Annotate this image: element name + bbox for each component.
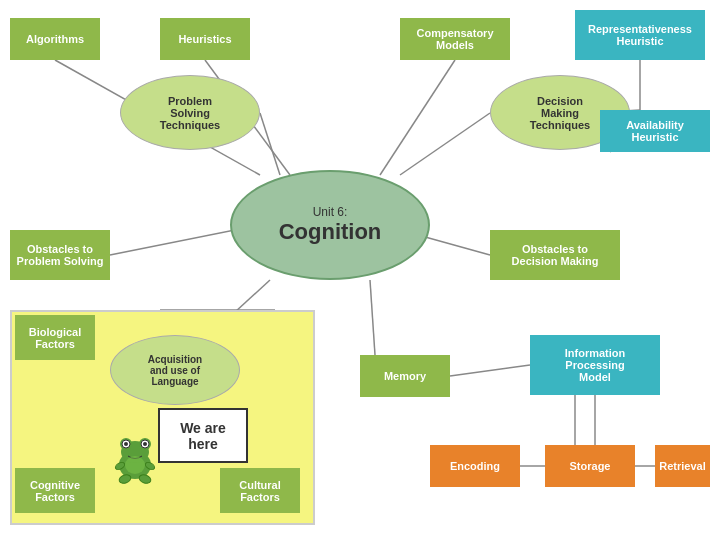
svg-line-12 xyxy=(450,365,530,376)
unit-title: Cognition xyxy=(279,219,382,245)
representativeness-label: RepresentativenessHeuristic xyxy=(588,23,692,47)
heuristics-box: Heuristics xyxy=(160,18,250,60)
cultural-label: CulturalFactors xyxy=(239,479,281,503)
info-processing-label: InformationProcessingModel xyxy=(565,347,626,383)
svg-point-28 xyxy=(143,442,147,446)
availability-label: Availability Heuristic xyxy=(604,119,706,143)
compensatory-box: CompensatoryModels xyxy=(400,18,510,60)
compensatory-label: CompensatoryModels xyxy=(416,27,493,51)
svg-line-2 xyxy=(380,60,455,175)
unit-label: Unit 6: xyxy=(313,205,348,219)
retrieval-box: Retrieval xyxy=(655,445,710,487)
obstacles-problem-label: Obstacles toProblem Solving xyxy=(17,243,104,267)
cognitive-label: CognitiveFactors xyxy=(30,479,80,503)
memory-label: Memory xyxy=(384,370,426,382)
info-processing-box: InformationProcessingModel xyxy=(530,335,660,395)
storage-box: Storage xyxy=(545,445,635,487)
heuristics-label: Heuristics xyxy=(178,33,231,45)
cultural-box: CulturalFactors xyxy=(220,468,300,513)
obstacles-decision-box: Obstacles toDecision Making xyxy=(490,230,620,280)
main-container: Unit 6: Cognition Algorithms Heuristics … xyxy=(0,0,720,540)
acquisition-ellipse: Acquisitionand use ofLanguage xyxy=(110,335,240,405)
svg-point-25 xyxy=(124,442,128,446)
problem-solving-ellipse: ProblemSolvingTechniques xyxy=(120,75,260,150)
we-are-here-text: We arehere xyxy=(180,420,226,452)
we-are-here-label: We arehere xyxy=(158,408,248,463)
availability-box: Availability Heuristic xyxy=(600,110,710,152)
svg-line-5 xyxy=(400,113,490,175)
decision-making-label: DecisionMakingTechniques xyxy=(530,95,590,131)
acquisition-label: Acquisitionand use ofLanguage xyxy=(148,354,202,387)
center-ellipse: Unit 6: Cognition xyxy=(230,170,430,280)
obstacles-decision-label: Obstacles toDecision Making xyxy=(512,243,599,267)
encoding-box: Encoding xyxy=(430,445,520,487)
svg-point-33 xyxy=(125,456,145,474)
algorithms-label: Algorithms xyxy=(26,33,84,45)
svg-line-11 xyxy=(370,280,375,355)
biological-box: BiologicalFactors xyxy=(15,315,95,360)
svg-line-4 xyxy=(260,113,280,175)
encoding-label: Encoding xyxy=(450,460,500,472)
representativeness-box: RepresentativenessHeuristic xyxy=(575,10,705,60)
storage-label: Storage xyxy=(570,460,611,472)
cognitive-box: CognitiveFactors xyxy=(15,468,95,513)
obstacles-problem-box: Obstacles toProblem Solving xyxy=(10,230,110,280)
biological-label: BiologicalFactors xyxy=(29,326,82,350)
problem-solving-label: ProblemSolvingTechniques xyxy=(160,95,220,131)
retrieval-label: Retrieval xyxy=(659,460,705,472)
mascot-frog xyxy=(113,430,158,485)
memory-box: Memory xyxy=(360,355,450,397)
algorithms-box: Algorithms xyxy=(10,18,100,60)
